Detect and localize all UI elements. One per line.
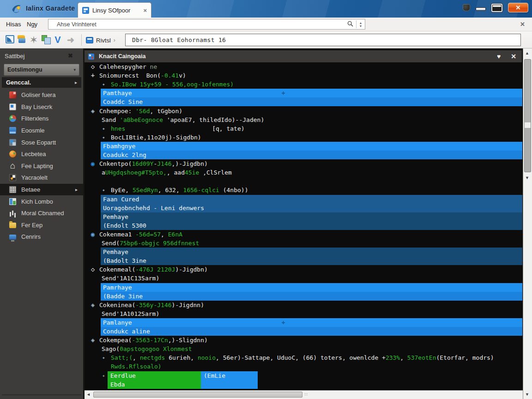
highlight-row[interactable]: Pemhaye xyxy=(101,212,522,221)
bullet-icon: ✦ xyxy=(102,80,105,89)
highlight-row[interactable]: Pamrhaye xyxy=(101,283,522,292)
trace-line[interactable]: Ebda xyxy=(85,380,523,389)
search-input[interactable] xyxy=(48,21,344,28)
chevron-down-icon: ▾ xyxy=(73,67,76,72)
vee-icon[interactable]: V xyxy=(53,35,63,45)
trace-line[interactable]: ✦So.IBow 15y+59 - 556,oog-1ofenmes) xyxy=(85,80,523,89)
sidebar-item-label: Fee Lapting xyxy=(21,163,53,169)
panel-close-icon[interactable]: ✕ xyxy=(511,53,516,60)
green-text-segment: -56d=57 xyxy=(135,231,161,238)
sidebar-item-eoosmle[interactable]: Eoosmle xyxy=(0,125,83,137)
maximize-button[interactable] xyxy=(491,4,502,12)
star-icon[interactable]: ✶ xyxy=(29,35,39,45)
search-icon[interactable] xyxy=(344,20,356,29)
text-segment: ,)-Sligdnn) xyxy=(168,337,208,344)
sidebar-item-moral-cbnamed[interactable]: Moral Cbnamed xyxy=(0,207,83,219)
trace-text: Sago(0apstogogoo Xlonmest xyxy=(102,345,192,353)
sidebar-section-header[interactable]: Genccal. ▸ xyxy=(2,77,81,88)
highlight-row[interactable]: Pemhaye xyxy=(101,248,522,256)
trace-line[interactable]: ✦BocLIBtie,11o20j)-Sigdbn) xyxy=(85,133,523,142)
trace-line[interactable]: ◇Calehespygher ne xyxy=(85,62,523,71)
highlight-row[interactable]: Fbamhgnye xyxy=(101,142,522,151)
trace-line[interactable]: Send'1A1C13Sarm) xyxy=(85,274,523,283)
copy-icon[interactable] xyxy=(42,35,52,45)
trace-line[interactable]: Rwds.Rflsoalo) xyxy=(85,362,523,371)
search-nav-arrows-icon[interactable]: ▲▼ xyxy=(357,21,365,28)
scroll-left-icon[interactable]: ◄ xyxy=(86,392,91,397)
minimize-button[interactable] xyxy=(476,7,486,11)
green-text-segment: 16d09Y xyxy=(132,160,153,167)
sidebar-item-kich-lombo[interactable]: Kich Lombo xyxy=(0,195,83,207)
trace-line[interactable]: Send(75bp6-obgjc 956dfnnest xyxy=(85,239,523,248)
chart-folder-icon[interactable] xyxy=(18,35,28,45)
trace-line[interactable]: ✦ByEe, 5SedRyn, 632, 1656-cqlci (4nbo)) xyxy=(85,186,523,194)
trace-line[interactable]: ◈Cnhempoe: 'S6d, tGgbon) xyxy=(85,107,523,115)
trace-line[interactable]: Sago(0apstogogoo Xlonmest xyxy=(85,345,523,353)
sidebar-item-bay-lisecrk[interactable]: Bay Lisecrk xyxy=(0,101,83,113)
trace-line[interactable]: ✦Satt;(, nectgds 6urieh, nooio, 56er)-Sa… xyxy=(85,353,523,362)
highlight-row[interactable]: Condukc aline xyxy=(101,327,522,336)
green-text-segment: 5SedRyn xyxy=(133,187,158,193)
horizontal-scroll-thumb[interactable] xyxy=(93,392,302,398)
text-segment: ByEe, xyxy=(111,187,133,193)
document-tab[interactable]: Linsy SOfpoor × xyxy=(78,2,151,18)
highlight-row[interactable]: Faan Cured xyxy=(101,195,522,204)
green-cell[interactable]: Eerdlue xyxy=(108,371,201,380)
heart-icon[interactable]: ♥ xyxy=(497,53,501,60)
highlight-row[interactable]: Pamthaye✛ xyxy=(101,89,522,97)
sidebar-item-fliterxlens[interactable]: Fliterxlens xyxy=(0,113,83,125)
searchbar-close-icon[interactable]: ✕ xyxy=(520,21,525,28)
sidebar-item-label: Eoosmle xyxy=(21,127,45,134)
address-box xyxy=(125,34,521,46)
highlight-row[interactable]: Uoragobnchehd - Leni denwers xyxy=(101,204,522,212)
green-cell[interactable]: Ebda xyxy=(108,380,201,389)
sidebar-item-cenrirs[interactable]: Cenrirs xyxy=(0,231,83,243)
vertical-scroll-thumb[interactable] xyxy=(524,59,531,172)
sidebar-item-sose-eopartt[interactable]: Sose Eopartt xyxy=(0,136,83,148)
highlight-row[interactable]: Coaddc Sine xyxy=(101,97,522,106)
trace-line[interactable]: +Sniomurecst Bon(-0.41v) xyxy=(85,71,523,80)
sidebar-item-lecbetea[interactable]: Lecbetea xyxy=(0,148,83,160)
trace-line[interactable]: ◇Cokenmeal(-476J 2120J)-Jigdbn) xyxy=(85,265,523,274)
highlight-row[interactable]: Coadukc 2lng xyxy=(101,151,522,159)
highlight-row[interactable]: (Endolt 5300 xyxy=(101,221,522,230)
address-input[interactable] xyxy=(126,34,520,46)
scroll-down-icon[interactable]: ▼ xyxy=(525,175,529,180)
sidebar-item-fee-lapting[interactable]: ⌂Fee Lapting xyxy=(0,160,83,172)
menu-item-2[interactable]: Ngy xyxy=(27,21,37,28)
blue-cell[interactable] xyxy=(201,380,258,389)
sidebar-item-label: Kich Lombo xyxy=(21,198,53,205)
trace-line[interactable]: Sand 'aBbeEognoce 'apoaE7, thiledIdo)--J… xyxy=(85,115,523,124)
trace-line[interactable]: ✦Eerdlue(EmLie xyxy=(85,371,523,380)
highlight-row[interactable]: Pamlanye✛ xyxy=(101,318,522,327)
forward-arrow-icon[interactable]: ➜ xyxy=(66,35,76,45)
sidebar-pin-icon[interactable]: ✖ xyxy=(68,52,73,59)
text-segment: v) xyxy=(179,72,186,79)
sidebar-item-goliser-fuera[interactable]: Goliser fuera xyxy=(0,89,83,101)
trace-line[interactable]: ◉Cnkentpo(16d09Y-J146,)-Jigdbn) xyxy=(85,159,523,168)
close-button[interactable]: ✕ xyxy=(508,3,528,12)
green-text-segment: nectgds xyxy=(140,354,165,361)
scroll-bottom-icon[interactable]: ▼ xyxy=(525,392,529,397)
sidebar-item-yacraolelt[interactable]: Yacraolelt xyxy=(0,172,83,184)
trace-line[interactable]: aUHgdqshoeg#T5pto,, aad45ie ,ClSrlem xyxy=(85,168,523,177)
highlight-row[interactable]: (Badde 3ine xyxy=(101,292,522,301)
green-text-segment: -0.41 xyxy=(161,72,179,79)
trace-line[interactable]: Send'1A1012Sarm) xyxy=(85,309,523,318)
trace-line[interactable]: ◈Cokempea(-3563-17Cn,)-Sligdnn) xyxy=(85,336,523,345)
trace-line[interactable]: ✦hnes [q, tate) xyxy=(85,124,523,133)
tab-close-icon[interactable]: × xyxy=(143,7,147,14)
sidebar-combo[interactable]: Eotslimongu ▾ xyxy=(4,64,79,76)
view-combo[interactable]: Rivtsl › xyxy=(86,35,115,45)
scroll-up-icon[interactable]: ▲ xyxy=(525,51,529,55)
new-window-icon[interactable] xyxy=(6,35,16,45)
trace-line[interactable]: ◈Cokeninea(-356y-J146)-Jigdnn) xyxy=(85,301,523,309)
window-menu-icon[interactable] xyxy=(463,4,470,11)
sidebar-item-betaee[interactable]: Betaee▸ xyxy=(0,184,83,196)
menu-item-1[interactable]: Hisas xyxy=(6,21,21,28)
blue-cell[interactable]: (EmLie xyxy=(201,371,258,380)
trace-line[interactable]: ◉Cokenmea1 -56d=57, E6nA xyxy=(85,230,523,239)
trace-text: BocLIBtie,11o20j)-Sigdbn) xyxy=(111,133,201,142)
sidebar-item-fer-eep[interactable]: Fer Eep xyxy=(0,219,83,231)
highlight-row[interactable]: (Badolt 3ine xyxy=(101,256,522,265)
